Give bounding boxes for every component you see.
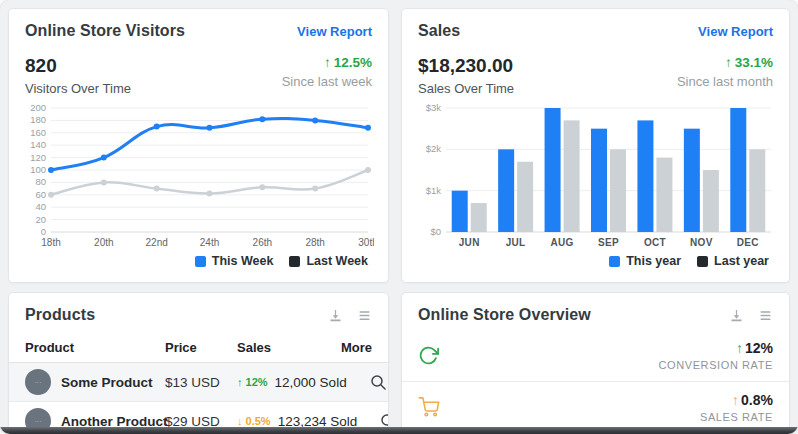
svg-text:120: 120 <box>30 152 46 163</box>
svg-text:$3k: $3k <box>426 102 442 113</box>
bottom-window-edge <box>0 427 798 434</box>
svg-text:28th: 28th <box>305 237 324 248</box>
overview-row: ↑0.8%SALES RATE <box>402 381 789 433</box>
sales-view-report-link[interactable]: View Report <box>698 24 773 39</box>
svg-text:AUG: AUG <box>551 237 574 248</box>
dashboard-grid: Online Store Visitors View Report 820 Vi… <box>0 0 798 434</box>
search-icon[interactable] <box>370 374 387 391</box>
overview-toolbar <box>729 308 773 323</box>
legend-item[interactable]: Last year <box>697 254 769 268</box>
svg-text:SEP: SEP <box>598 237 619 248</box>
svg-text:DEC: DEC <box>737 237 759 248</box>
svg-text:20th: 20th <box>94 237 113 248</box>
overview-metric-label: CONVERSION RATE <box>658 359 773 371</box>
overview-card: Online Store Overview ↑12%CONVERSION RAT… <box>401 292 790 434</box>
overview-delta: ↑0.8% <box>700 392 773 408</box>
svg-text:40: 40 <box>35 201 46 212</box>
visitors-delta: ↑12.5% <box>282 55 372 70</box>
svg-text:OCT: OCT <box>644 237 666 248</box>
download-icon[interactable] <box>328 308 343 323</box>
visitors-card-title: Online Store Visitors <box>25 22 185 40</box>
visitors-chart-area: 02040608010012014016018020018th20th22nd2… <box>9 96 388 250</box>
sales-stat-label: Sales Over Time <box>418 81 514 96</box>
sales-legend: This yearLast year <box>402 250 789 268</box>
svg-text:$1k: $1k <box>426 185 442 196</box>
svg-text:140: 140 <box>30 139 46 150</box>
sales-card: Sales View Report $18,230.00 Sales Over … <box>401 8 790 283</box>
column-header-sales: Sales <box>237 340 332 355</box>
svg-text:JUN: JUN <box>459 237 480 248</box>
column-header-more: More <box>332 340 372 355</box>
visitors-view-report-link[interactable]: View Report <box>297 24 372 39</box>
svg-text:0: 0 <box>41 226 46 237</box>
cart-icon <box>418 397 440 418</box>
sales-stat-value: $18,230.00 <box>418 55 514 77</box>
visitors-card: Online Store Visitors View Report 820 Vi… <box>8 8 389 283</box>
menu-icon[interactable] <box>357 308 372 323</box>
products-toolbar <box>328 308 372 323</box>
column-header-price: Price <box>165 340 237 355</box>
overview-metric-label: SALES RATE <box>700 411 773 423</box>
products-table-header: ProductPriceSalesMore <box>9 333 388 363</box>
legend-swatch <box>289 256 300 267</box>
up-arrow-icon: ↑ <box>736 340 743 356</box>
products-card-header: Products <box>9 293 388 330</box>
sales-card-title: Sales <box>418 22 460 40</box>
svg-text:$0: $0 <box>430 226 441 237</box>
legend-item[interactable]: This year <box>609 254 681 268</box>
column-header-product: Product <box>25 340 165 355</box>
refresh-icon <box>418 345 439 366</box>
sales-delta: ↑33.1% <box>677 55 773 70</box>
svg-text:20: 20 <box>35 214 46 225</box>
dashboard-frame: Online Store Visitors View Report 820 Vi… <box>0 0 798 434</box>
visitors-legend: This WeekLast Week <box>9 250 388 268</box>
menu-icon[interactable] <box>758 308 773 323</box>
legend-swatch <box>609 256 620 267</box>
visitors-card-header: Online Store Visitors View Report <box>9 9 388 46</box>
products-card: Products ProductPriceSalesMore ···Some P… <box>8 292 389 434</box>
visitors-since-label: Since last week <box>282 74 372 89</box>
table-row[interactable]: ···Some Product$13 USD↑ 12%12,000 Sold <box>9 363 388 402</box>
svg-text:160: 160 <box>30 127 46 138</box>
up-arrow-icon: ↑ <box>725 55 732 70</box>
visitors-stat-row: 820 Visitors Over Time ↑12.5% Since last… <box>9 46 388 96</box>
visitors-line-chart: 02040608010012014016018020018th20th22nd2… <box>23 100 374 250</box>
overview-card-title: Online Store Overview <box>418 306 591 324</box>
up-arrow-icon: ↑ <box>324 55 331 70</box>
svg-text:$2k: $2k <box>426 143 442 154</box>
download-icon[interactable] <box>729 308 744 323</box>
svg-text:NOV: NOV <box>690 237 713 248</box>
sales-chart-area: $0$1k$2k$3kJUNJULAUGSEPOCTNOVDEC <box>402 96 789 250</box>
overview-rows: ↑12%CONVERSION RATE↑0.8%SALES RATE <box>402 330 789 433</box>
svg-text:180: 180 <box>30 114 46 125</box>
sales-bar-chart: $0$1k$2k$3kJUNJULAUGSEPOCTNOVDEC <box>416 100 775 250</box>
legend-swatch <box>195 256 206 267</box>
svg-text:18th: 18th <box>41 237 60 248</box>
svg-text:200: 200 <box>30 102 46 113</box>
up-arrow-icon: ↑ <box>732 392 739 408</box>
sales-delta: ↑ 12% <box>237 376 268 388</box>
svg-text:26th: 26th <box>253 237 272 248</box>
overview-delta: ↑12% <box>658 340 773 356</box>
product-price: $13 USD <box>165 375 237 390</box>
product-avatar: ··· <box>25 369 51 395</box>
overview-row: ↑12%CONVERSION RATE <box>402 330 789 381</box>
sales-card-header: Sales View Report <box>402 9 789 46</box>
svg-text:30th: 30th <box>358 237 374 248</box>
svg-text:60: 60 <box>35 189 46 200</box>
sales-stat-row: $18,230.00 Sales Over Time ↑33.1% Since … <box>402 46 789 96</box>
svg-text:22nd: 22nd <box>146 237 168 248</box>
overview-card-header: Online Store Overview <box>402 293 789 330</box>
legend-item[interactable]: Last Week <box>289 254 368 268</box>
sales-since-label: Since last month <box>677 74 773 89</box>
legend-item[interactable]: This Week <box>195 254 274 268</box>
products-card-title: Products <box>25 306 95 324</box>
sales-delta: ↓ 0.5% <box>237 415 271 427</box>
svg-text:24th: 24th <box>200 237 219 248</box>
svg-text:80: 80 <box>35 176 46 187</box>
visitors-stat-label: Visitors Over Time <box>25 81 131 96</box>
legend-swatch <box>697 256 708 267</box>
sales-sold-count: 12,000 Sold <box>275 375 347 390</box>
products-table-body: ···Some Product$13 USD↑ 12%12,000 Sold··… <box>9 363 388 434</box>
svg-text:JUL: JUL <box>506 237 526 248</box>
